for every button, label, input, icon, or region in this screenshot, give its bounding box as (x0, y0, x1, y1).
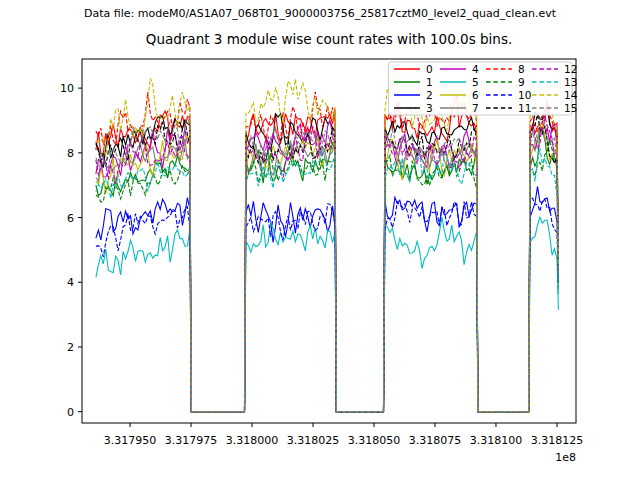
x-tick-label: 3.318100 (470, 434, 523, 447)
series-line-2 (96, 187, 559, 412)
legend-label-8: 8 (518, 63, 525, 75)
y-tick-label: 0 (67, 406, 74, 419)
legend-box (389, 62, 573, 115)
y-tick-label: 8 (67, 147, 74, 160)
x-tick-label: 3.317975 (165, 434, 218, 447)
x-tick-label: 3.318025 (287, 434, 340, 447)
legend-label-10: 10 (518, 89, 531, 101)
x-tick-label: 3.318075 (409, 434, 462, 447)
legend-label-9: 9 (518, 76, 525, 88)
y-tick-label: 6 (67, 212, 74, 225)
series-line-5 (96, 217, 559, 412)
y-tick-label: 4 (67, 276, 74, 289)
plot-canvas: 3.3179503.3179753.3180003.3180253.318050… (0, 0, 640, 480)
x-tick-label: 3.317950 (104, 434, 157, 447)
legend-label-0: 0 (426, 63, 433, 75)
matplotlib-figure: Data file: modeM0/AS1A07_068T01_90000037… (0, 0, 640, 480)
legend-label-15: 15 (564, 102, 577, 114)
y-tick-label: 2 (67, 341, 74, 354)
legend-label-6: 6 (472, 89, 479, 101)
y-tick-label: 10 (60, 82, 74, 95)
series-line-13 (96, 148, 559, 412)
series-line-9 (96, 140, 559, 411)
legend-label-4: 4 (472, 63, 479, 75)
x-tick-label: 3.318000 (226, 434, 279, 447)
legend-label-13: 13 (564, 76, 577, 88)
legend-label-7: 7 (472, 102, 479, 114)
legend-label-2: 2 (426, 89, 433, 101)
series-line-14 (96, 74, 559, 412)
x-tick-label: 3.318050 (348, 434, 401, 447)
legend-label-3: 3 (426, 102, 433, 114)
legend-label-1: 1 (426, 76, 433, 88)
legend-label-5: 5 (472, 76, 479, 88)
legend-label-12: 12 (564, 63, 577, 75)
legend-label-14: 14 (564, 89, 578, 101)
x-axis-offset-label: 1e8 (555, 451, 576, 464)
legend-label-11: 11 (518, 102, 531, 114)
x-tick-label: 3.318125 (531, 434, 584, 447)
